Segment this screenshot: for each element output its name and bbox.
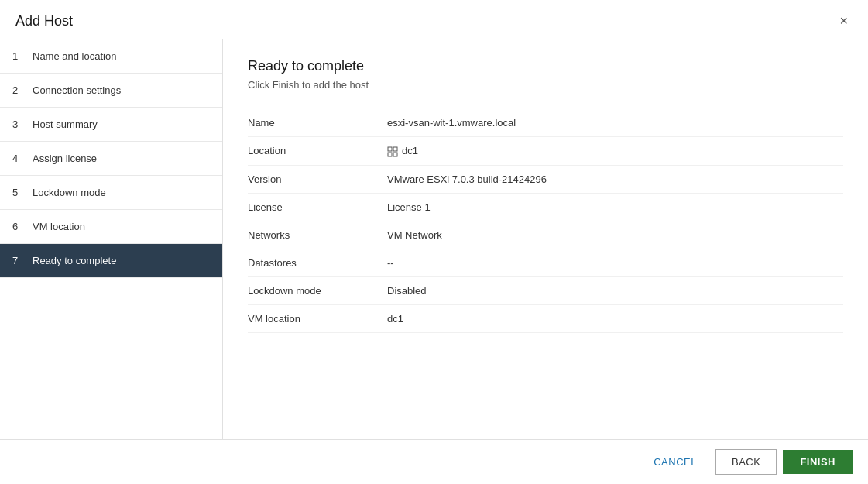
sidebar-label-5: Lockdown mode <box>33 187 106 198</box>
summary-label: VM location <box>248 304 387 332</box>
summary-row: NetworksVM Network <box>248 221 843 249</box>
sidebar-item-host-summary[interactable]: 3 Host summary <box>0 108 222 142</box>
step-num-1: 1 <box>12 50 25 62</box>
summary-value: VM Network <box>387 221 843 249</box>
sidebar-label-2: Connection settings <box>33 84 121 96</box>
svg-rect-2 <box>388 153 392 156</box>
svg-rect-1 <box>393 147 397 151</box>
summary-label: Location <box>248 137 387 166</box>
summary-label: License <box>248 193 387 221</box>
summary-label: Datastores <box>248 249 387 276</box>
step-num-5: 5 <box>12 187 25 198</box>
summary-row: Datastores-- <box>248 249 843 276</box>
back-button[interactable]: BACK <box>715 449 777 475</box>
summary-label: Lockdown mode <box>248 276 387 304</box>
summary-label: Networks <box>248 221 387 249</box>
dialog-footer: CANCEL BACK FINISH <box>0 439 868 484</box>
sidebar-label-4: Assign license <box>33 153 97 164</box>
summary-value: dc1 <box>387 137 843 166</box>
sidebar-label-7: Ready to complete <box>33 255 116 266</box>
summary-value: License 1 <box>387 193 843 221</box>
finish-button[interactable]: FINISH <box>783 450 853 474</box>
dialog-title: Add Host <box>15 13 73 29</box>
sidebar-label-3: Host summary <box>33 118 98 130</box>
main-content: Ready to complete Click Finish to add th… <box>223 39 868 439</box>
summary-row: Nameesxi-vsan-wit-1.vmware.local <box>248 109 843 137</box>
step-num-7: 7 <box>12 255 25 266</box>
main-subtitle: Click Finish to add the host <box>248 79 843 91</box>
summary-value: esxi-vsan-wit-1.vmware.local <box>387 109 843 137</box>
summary-value: Disabled <box>387 276 843 304</box>
summary-row: Lockdown modeDisabled <box>248 276 843 304</box>
summary-value: -- <box>387 249 843 276</box>
sidebar-item-ready-to-complete[interactable]: 7 Ready to complete <box>0 244 222 278</box>
summary-row: VM locationdc1 <box>248 304 843 332</box>
sidebar-label-6: VM location <box>33 221 85 232</box>
sidebar-label-1: Name and location <box>33 50 116 62</box>
svg-rect-0 <box>388 147 392 151</box>
sidebar-item-name-location[interactable]: 1 Name and location <box>0 39 222 74</box>
summary-label: Name <box>248 109 387 137</box>
dialog-header: Add Host × <box>0 0 868 39</box>
sidebar: 1 Name and location 2 Connection setting… <box>0 39 223 439</box>
summary-row: LicenseLicense 1 <box>248 193 843 221</box>
close-button[interactable]: × <box>835 12 853 29</box>
datacenter-icon <box>387 146 398 157</box>
sidebar-item-assign-license[interactable]: 4 Assign license <box>0 142 222 176</box>
sidebar-item-connection-settings[interactable]: 2 Connection settings <box>0 74 222 108</box>
summary-table: Nameesxi-vsan-wit-1.vmware.localLocation… <box>248 109 843 333</box>
step-num-4: 4 <box>12 153 25 164</box>
summary-label: Version <box>248 165 387 193</box>
summary-value: VMware ESXi 7.0.3 build-21424296 <box>387 165 843 193</box>
sidebar-item-lockdown-mode[interactable]: 5 Lockdown mode <box>0 176 222 210</box>
add-host-dialog: Add Host × 1 Name and location 2 Connect… <box>0 0 868 484</box>
cancel-button[interactable]: CANCEL <box>641 450 709 474</box>
summary-value: dc1 <box>387 304 843 332</box>
summary-row: Location dc1 <box>248 137 843 166</box>
main-title: Ready to complete <box>248 58 843 74</box>
step-num-3: 3 <box>12 118 25 130</box>
step-num-2: 2 <box>12 84 25 96</box>
summary-row: VersionVMware ESXi 7.0.3 build-21424296 <box>248 165 843 193</box>
dialog-body: 1 Name and location 2 Connection setting… <box>0 39 868 439</box>
step-num-6: 6 <box>12 221 25 232</box>
svg-rect-3 <box>393 153 397 156</box>
sidebar-item-vm-location[interactable]: 6 VM location <box>0 210 222 244</box>
